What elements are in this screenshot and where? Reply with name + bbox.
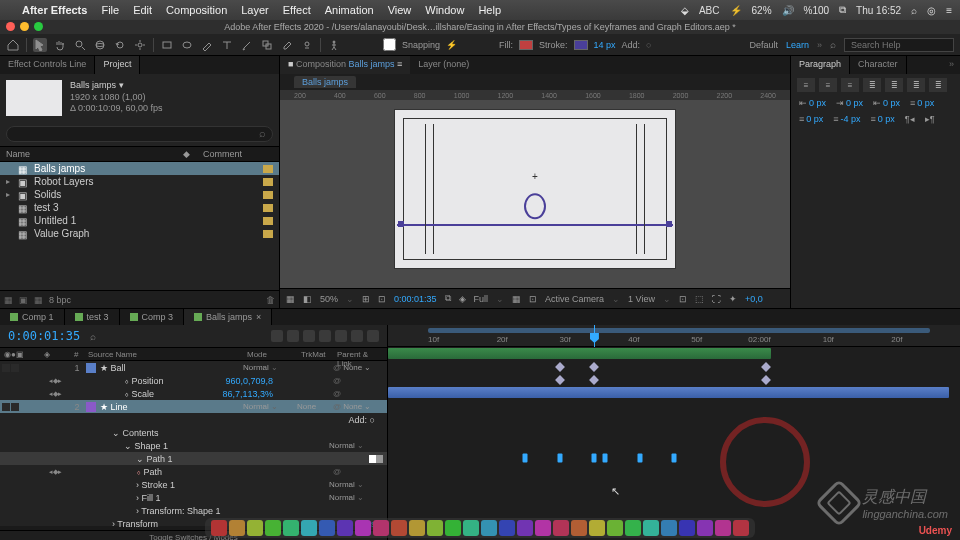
tab-composition[interactable]: ■ Composition Balls jamps ≡: [280, 56, 410, 74]
selection-tool-icon[interactable]: [33, 38, 47, 52]
roi-icon[interactable]: ◈: [459, 294, 466, 304]
indent-first[interactable]: ⇥ 0 px: [836, 98, 863, 108]
indent-right[interactable]: ⇤ 0 px: [873, 98, 900, 108]
menu-window[interactable]: Window: [425, 4, 464, 16]
fill-swatch[interactable]: [519, 40, 533, 50]
tab-character[interactable]: Character: [850, 56, 907, 74]
justify-left-icon[interactable]: ≣: [863, 78, 881, 92]
v1-icon[interactable]: ⊡: [679, 294, 687, 304]
dock-app[interactable]: [481, 520, 497, 536]
menu-edit[interactable]: Edit: [133, 4, 152, 16]
traffic-lights[interactable]: [6, 22, 43, 31]
dock-app[interactable]: [553, 520, 569, 536]
dock-app[interactable]: [499, 520, 515, 536]
dock-app[interactable]: [535, 520, 551, 536]
ball-shape[interactable]: [524, 194, 546, 220]
v3-icon[interactable]: ⛶: [712, 294, 721, 304]
comp-name[interactable]: Balls jamps ▾: [70, 80, 163, 92]
dock-app[interactable]: [463, 520, 479, 536]
align-left-icon[interactable]: ≡: [797, 78, 815, 92]
status-input[interactable]: ABC: [699, 5, 720, 16]
dock-app[interactable]: [247, 520, 263, 536]
dock-app[interactable]: [301, 520, 317, 536]
dock-app[interactable]: [733, 520, 749, 536]
timeline-tab[interactable]: Comp 1: [0, 309, 65, 325]
dock-app[interactable]: [445, 520, 461, 536]
view-count[interactable]: 1 View: [628, 294, 655, 304]
tl-ico[interactable]: [351, 330, 363, 342]
puppet-tool-icon[interactable]: [327, 38, 341, 52]
bpc-label[interactable]: 8 bpc: [49, 295, 71, 305]
space-after[interactable]: ≡ 0 px: [799, 114, 823, 124]
brush-tool-icon[interactable]: [240, 38, 254, 52]
dock-app[interactable]: [337, 520, 353, 536]
anchor-tool-icon[interactable]: [133, 38, 147, 52]
macos-dock[interactable]: document.write(Array.from({length:30},(_…: [205, 518, 755, 538]
new-comp-icon[interactable]: ▦: [34, 295, 43, 305]
pen-tool-icon[interactable]: [200, 38, 214, 52]
project-search[interactable]: [6, 126, 273, 142]
orbit-tool-icon[interactable]: [93, 38, 107, 52]
dock-app[interactable]: [661, 520, 677, 536]
workspace-default[interactable]: Default: [749, 40, 778, 50]
layer-row[interactable]: 1★ BallNormal@None ⌄: [0, 361, 387, 374]
menu-layer[interactable]: Layer: [241, 4, 269, 16]
menu-help[interactable]: Help: [478, 4, 501, 16]
property-row[interactable]: ⌄ Shape 1Normal: [0, 439, 387, 452]
comp-mini-tab[interactable]: Balls jamps: [294, 76, 356, 88]
dock-app[interactable]: [355, 520, 371, 536]
composition-viewport[interactable]: 2004006008001000120014001600180020002200…: [280, 90, 790, 288]
search-help-input[interactable]: [844, 38, 954, 52]
folder-icon[interactable]: ▣: [19, 295, 28, 305]
project-item[interactable]: ▦Value Graph: [0, 227, 279, 240]
mask-icon[interactable]: ⊡: [529, 294, 537, 304]
timeline-tab[interactable]: test 3: [65, 309, 120, 325]
col-comment[interactable]: Comment: [203, 149, 273, 159]
property-row[interactable]: ⌄ Path 1: [0, 452, 387, 465]
dock-app[interactable]: [697, 520, 713, 536]
property-row[interactable]: ◂◆▸⬨ Scale86,7,113,3%@: [0, 387, 387, 400]
tl-ico[interactable]: [335, 330, 347, 342]
col-name[interactable]: Name: [6, 149, 183, 159]
tl-ico[interactable]: [319, 330, 331, 342]
tl-ico[interactable]: [367, 330, 379, 342]
dock-app[interactable]: [517, 520, 533, 536]
tl-ico[interactable]: [303, 330, 315, 342]
dock-app[interactable]: [571, 520, 587, 536]
dock-app[interactable]: [427, 520, 443, 536]
project-item[interactable]: ▦Balls jamps: [0, 162, 279, 175]
space-7[interactable]: ≡ 0 px: [871, 114, 895, 124]
tab-project[interactable]: Project: [95, 56, 140, 74]
rtl-icon[interactable]: ¶◂: [905, 114, 915, 124]
menu-animation[interactable]: Animation: [325, 4, 374, 16]
ellipse-tool-icon[interactable]: [180, 38, 194, 52]
mag-icon[interactable]: ▦: [286, 294, 295, 304]
property-row[interactable]: ◂◆▸⬨ Position960,0,709,8@: [0, 374, 387, 387]
dock-app[interactable]: [373, 520, 389, 536]
snap-icon[interactable]: ⧉: [445, 293, 451, 304]
align-right-icon[interactable]: ≡: [841, 78, 859, 92]
eraser-tool-icon[interactable]: [280, 38, 294, 52]
ch-icon[interactable]: ⊡: [378, 294, 386, 304]
justify-all-icon[interactable]: ≣: [929, 78, 947, 92]
alpha-icon[interactable]: ◧: [303, 294, 312, 304]
roto-tool-icon[interactable]: [300, 38, 314, 52]
tl-ico[interactable]: [287, 330, 299, 342]
workspace-learn[interactable]: Learn: [786, 40, 809, 50]
dock-app[interactable]: [391, 520, 407, 536]
camera[interactable]: Active Camera: [545, 294, 604, 304]
menu-view[interactable]: View: [388, 4, 412, 16]
menu-composition[interactable]: Composition: [166, 4, 227, 16]
trash-icon[interactable]: 🗑: [266, 295, 275, 305]
indent-left[interactable]: ⇤ 0 px: [799, 98, 826, 108]
project-item[interactable]: ▦Untitled 1: [0, 214, 279, 227]
preview-time[interactable]: 0:00:01:35: [394, 294, 437, 304]
time-ruler[interactable]: 10f 20f 30f 40f 50f 02:00f 10f 20f: [388, 325, 960, 347]
res-icon[interactable]: ⊞: [362, 294, 370, 304]
canvas[interactable]: +: [395, 110, 675, 268]
resolution[interactable]: Full: [474, 294, 489, 304]
dock-app[interactable]: [715, 520, 731, 536]
tl-ico[interactable]: [271, 330, 283, 342]
zoom-value[interactable]: 50%: [320, 294, 338, 304]
rect-tool-icon[interactable]: [160, 38, 174, 52]
